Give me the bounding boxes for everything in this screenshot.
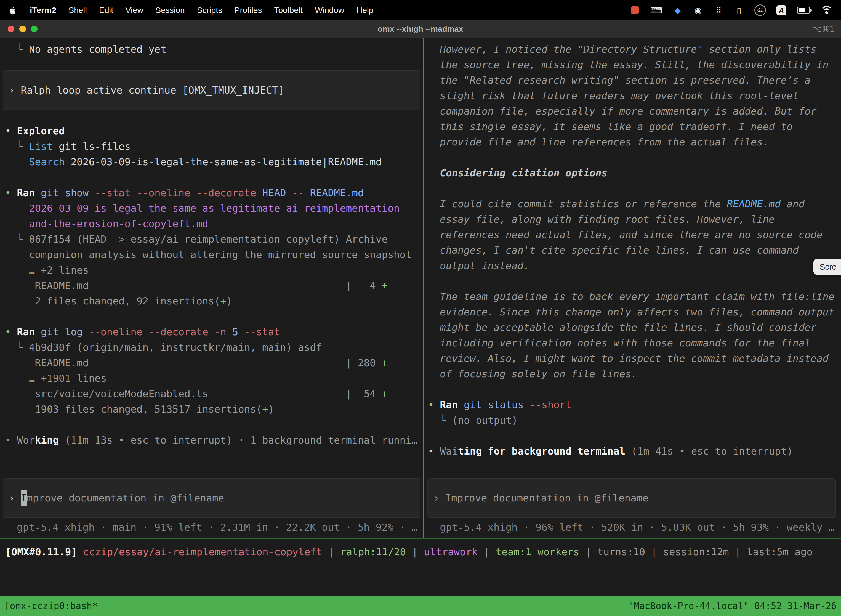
text-segment: • <box>428 399 440 411</box>
text-segment <box>208 388 346 399</box>
ran-git-log: • Ran git log --oneline --decorate -n 5 … <box>5 324 423 340</box>
input-source-icon[interactable]: A <box>777 4 786 16</box>
right-input-text: Improve documentation in @filename <box>445 492 648 504</box>
text-segment: • <box>428 446 440 457</box>
text-segment: | <box>322 546 340 557</box>
text-segment: + <box>382 280 388 291</box>
text-segment: … +2 lines <box>5 264 89 276</box>
text-segment: git log <box>41 326 89 337</box>
text-segment: HEAD <box>262 187 292 198</box>
left-pane-output: └ No agents completed yet› Ralph loop ac… <box>5 42 423 448</box>
text-segment: git ls-files <box>53 141 130 152</box>
text-segment: -n <box>214 326 232 337</box>
text-segment: | 280 <box>346 357 382 368</box>
thinking-paragraph-1: However, I noticed the "Directory Struct… <box>440 42 837 150</box>
app-grid-icon[interactable]: ⠿ <box>714 4 724 16</box>
menu-item-profiles[interactable]: Profiles <box>234 6 262 15</box>
circle-app-icon[interactable]: ◉ <box>693 4 703 16</box>
log-elided-lines: … +1901 lines <box>5 371 423 386</box>
text-segment: --short <box>530 399 572 411</box>
left-status-line: gpt-5.4 xhigh · main · 91% left · 2.31M … <box>5 520 423 535</box>
iphone-icon[interactable]: ▯ <box>734 4 744 16</box>
text-segment: Ran <box>440 399 458 411</box>
right-prompt-input[interactable]: › Improve documentation in @filename <box>427 478 836 518</box>
text-segment: 2026-03-09-is-legal-the-same-as-legitima… <box>65 156 382 167</box>
thinking-paragraph-2: I could cite commit statistics or refere… <box>440 196 837 273</box>
wifi-icon[interactable] <box>820 4 833 16</box>
tmux-session-info: [omx-cczip0:bash* <box>4 601 98 611</box>
screen-recording-icon[interactable] <box>630 4 640 16</box>
right-status-line: gpt-5.4 xhigh · 96% left · 520K in · 5.8… <box>428 520 839 535</box>
text-segment: README.md <box>310 187 364 198</box>
text-segment: └ <box>5 233 29 245</box>
zoom-button[interactable] <box>31 26 38 32</box>
commit-line-2: companion analysis without altering the … <box>5 247 423 263</box>
left-prompt-input[interactable]: › Improve documentation in @filename <box>3 478 420 518</box>
no-output-line: └ (no output) <box>428 413 839 428</box>
text-segment: | <box>478 546 495 557</box>
menu-item-window[interactable]: Window <box>315 6 344 15</box>
text-segment <box>35 187 41 198</box>
text-segment: 1903 files changed, 513517 insertions( <box>5 403 262 415</box>
window-title: omx --xhigh --madmax <box>378 25 463 34</box>
menu-item-session[interactable]: Session <box>155 6 185 15</box>
tmux-host-time: "MacBook-Pro-44.local" 04:52 31-Mar-26 <box>628 601 837 611</box>
text-segment: ) <box>226 295 232 307</box>
text-segment: (no output) <box>452 415 518 426</box>
text-segment: List <box>29 141 53 152</box>
text-segment <box>35 326 41 337</box>
raycast-icon[interactable]: ◆ <box>673 4 683 16</box>
text-segment: and-the-erosion-of-copyleft.md <box>29 218 208 229</box>
app-menu-iterm2[interactable]: iTerm2 <box>30 6 56 15</box>
menu-item-view[interactable]: View <box>126 6 143 15</box>
text-segment: However, I noticed the "Directory Struct… <box>440 44 835 148</box>
menu-item-help[interactable]: Help <box>356 6 374 15</box>
text-segment: README.md <box>5 357 89 368</box>
battery-icon[interactable] <box>797 4 810 16</box>
apple-menu-icon[interactable] <box>8 5 18 16</box>
text-segment: Explored <box>17 125 64 136</box>
window-title-bar[interactable]: omx --xhigh --madmax ⌥⌘1 <box>0 21 841 38</box>
tmux-panes: └ No agents completed yet› Ralph loop ac… <box>0 38 841 539</box>
text-segment: 067f154 (HEAD -> essay/ai-reimplementati… <box>29 233 388 245</box>
text-segment: --stat --oneline --decorate <box>95 187 262 198</box>
battery-gauge-icon[interactable]: 61 <box>755 4 766 16</box>
minimize-button[interactable] <box>19 26 26 32</box>
menu-item-scripts[interactable]: Scripts <box>197 6 223 15</box>
blank-line <box>428 382 839 397</box>
menu-item-toolbelt[interactable]: Toolbelt <box>274 6 303 15</box>
text-segment: ralph:11/20 <box>340 546 406 557</box>
close-button[interactable] <box>8 26 14 32</box>
right-pane[interactable]: However, I noticed the "Directory Struct… <box>424 38 841 538</box>
screenshot-notification[interactable]: Scre <box>813 259 841 275</box>
text-segment: Ran <box>17 187 35 198</box>
text-segment: README.md <box>727 198 781 210</box>
thinking-heading: Considering citation options <box>428 165 839 181</box>
blank-line <box>5 309 423 324</box>
ralph-inject-box[interactable]: › Ralph loop active continue [OMX_TMUX_I… <box>3 70 420 110</box>
terminal-area: └ No agents completed yet› Ralph loop ac… <box>0 38 841 616</box>
text-segment: [OMX#0.11.9] <box>5 546 77 557</box>
menu-item-edit[interactable]: Edit <box>99 6 113 15</box>
menu-left: iTerm2 ShellEditViewSessionScriptsProfil… <box>8 5 373 16</box>
text-segment: I could cite commit statistics or refere… <box>440 198 727 210</box>
diffstat-summary: 2 files changed, 92 insertions(+) <box>5 293 423 309</box>
menu-item-shell[interactable]: Shell <box>69 6 87 15</box>
keyboard-icon[interactable]: ⌨ <box>651 4 662 16</box>
text-segment: Wor <box>17 434 35 446</box>
explored-header: • Explored <box>5 123 423 139</box>
text-segment: • <box>5 326 17 337</box>
text-segment: • <box>5 187 17 198</box>
blank-line <box>428 428 839 443</box>
text-segment <box>89 280 346 291</box>
text-segment <box>428 167 440 179</box>
left-pane[interactable]: └ No agents completed yet› Ralph loop ac… <box>0 38 424 538</box>
box-line: › Ralph loop active continue [OMX_TMUX_I… <box>9 82 415 98</box>
text-segment: | <box>406 546 424 557</box>
text-segment: · 1 background terminal runni… <box>232 434 418 446</box>
text-segment: README.md <box>5 280 89 291</box>
window-shortcut-badge: ⌥⌘1 <box>813 25 834 34</box>
explored-search: Search 2026-03-09-is-legal-the-same-as-l… <box>5 154 423 170</box>
log-commit-line: └ 4b9d30f (origin/main, instructkr/main,… <box>5 340 423 355</box>
prompt-chevron: › <box>9 492 21 504</box>
